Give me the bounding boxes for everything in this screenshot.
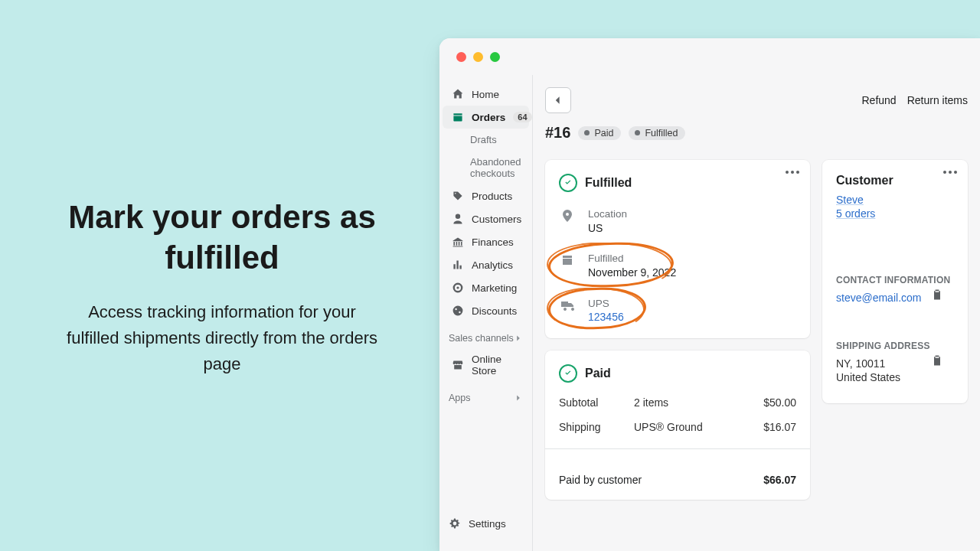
tracking-row: UPS 123456 — [559, 297, 796, 324]
more-button[interactable] — [943, 171, 957, 174]
card-title: Customer — [836, 174, 893, 187]
sidebar-item-orders[interactable]: Orders 64 — [443, 106, 529, 129]
sidebar-item-label: Products — [472, 191, 512, 202]
location-row: Location US — [559, 207, 796, 235]
dot-icon — [635, 130, 640, 135]
app-window: Home Orders 64 Drafts Abandoned checkout… — [439, 38, 980, 551]
orders-icon — [452, 111, 464, 123]
status-badge-fulfilled: Fulfilled — [629, 126, 685, 140]
tag-icon — [452, 190, 464, 202]
close-icon[interactable] — [456, 52, 466, 62]
target-icon — [452, 282, 464, 294]
chevron-right-icon — [514, 393, 523, 403]
dot-icon — [584, 130, 590, 135]
more-button[interactable] — [786, 171, 799, 174]
main-content: Refund Return items #16 Paid Fulfilled — [533, 75, 980, 551]
apps-heading[interactable]: Apps — [439, 382, 532, 408]
divider — [545, 448, 810, 449]
sidebar-item-drafts[interactable]: Drafts — [443, 129, 529, 151]
sidebar-item-label: Analytics — [472, 259, 513, 271]
sidebar-item-online-store[interactable]: Online Store — [443, 348, 529, 382]
gear-icon — [449, 517, 461, 530]
pin-icon — [559, 207, 576, 224]
fulfilled-card: Fulfilled Location US — [545, 160, 810, 338]
chart-icon — [452, 259, 464, 271]
marketing-hero: Mark your orders as fulfilled Access tra… — [65, 197, 379, 377]
refund-action[interactable]: Refund — [861, 94, 896, 106]
check-circle-icon — [559, 174, 577, 192]
fullscreen-icon[interactable] — [490, 52, 500, 62]
sidebar-item-home[interactable]: Home — [443, 83, 529, 106]
clipboard-icon[interactable] — [931, 354, 943, 367]
user-icon — [452, 213, 464, 225]
shipping-heading: SHIPPING ADDRESS — [836, 341, 954, 351]
sidebar-item-abandoned-checkouts[interactable]: Abandoned checkouts — [443, 151, 529, 184]
sidebar: Home Orders 64 Drafts Abandoned checkout… — [439, 75, 533, 551]
sidebar-item-label: Abandoned checkouts — [470, 156, 521, 179]
truck-icon — [559, 297, 576, 314]
bank-icon — [452, 236, 464, 248]
return-items-action[interactable]: Return items — [907, 94, 968, 106]
sidebar-item-customers[interactable]: Customers — [443, 207, 529, 230]
orders-count-badge: 64 — [513, 112, 531, 122]
store-icon — [452, 359, 464, 371]
card-title: Fulfilled — [585, 176, 632, 190]
hero-subtitle: Access tracking information for your ful… — [65, 299, 379, 377]
sidebar-item-settings[interactable]: Settings — [439, 507, 532, 551]
sidebar-item-label: Home — [472, 89, 499, 100]
percent-icon — [452, 305, 464, 317]
sidebar-item-finances[interactable]: Finances — [443, 230, 529, 253]
calendar-icon — [559, 252, 576, 269]
sidebar-item-label: Orders — [472, 112, 505, 123]
order-topbar: Refund Return items — [545, 87, 968, 113]
contact-heading: CONTACT INFORMATION — [836, 275, 954, 285]
order-title-row: #16 Paid Fulfilled — [545, 124, 968, 142]
card-title: Paid — [585, 367, 611, 380]
sidebar-item-label: Marketing — [472, 282, 517, 294]
sidebar-item-label: Online Store — [472, 354, 521, 377]
sidebar-item-products[interactable]: Products — [443, 184, 529, 207]
sidebar-item-label: Drafts — [470, 134, 497, 145]
fulfilled-date-row: Fulfilled November 9, 2022 — [559, 252, 796, 279]
order-number: #16 — [545, 124, 570, 142]
customer-orders-link[interactable]: 5 orders — [836, 207, 954, 220]
sidebar-item-marketing[interactable]: Marketing — [443, 276, 529, 299]
paid-card: Paid Subtotal 2 items $50.00 Shipping UP… — [545, 350, 810, 500]
check-circle-icon — [559, 364, 577, 383]
hero-title: Mark your orders as fulfilled — [65, 197, 379, 278]
customer-name-link[interactable]: Steve — [836, 194, 954, 206]
clipboard-icon[interactable] — [931, 289, 943, 301]
sales-channels-heading[interactable]: Sales channels — [439, 322, 532, 348]
chevron-right-icon — [514, 334, 523, 343]
paid-total-row: Paid by customer $66.07 — [559, 461, 796, 486]
sidebar-item-label: Finances — [472, 236, 514, 248]
minimize-icon[interactable] — [473, 52, 483, 62]
sidebar-item-label: Discounts — [472, 305, 517, 317]
customer-card: Customer Steve 5 orders CONTACT INFORMAT… — [822, 160, 968, 403]
tracking-number-link[interactable]: 123456 — [588, 310, 624, 324]
sidebar-item-analytics[interactable]: Analytics — [443, 253, 529, 276]
sidebar-item-discounts[interactable]: Discounts — [443, 299, 529, 322]
settings-label: Settings — [469, 518, 506, 530]
sidebar-item-label: Customers — [472, 214, 521, 225]
arrow-left-icon — [552, 94, 564, 106]
shipping-row: Shipping UPS® Ground $16.07 — [559, 421, 796, 433]
back-button[interactable] — [545, 87, 571, 113]
shipping-address-line: United States — [836, 371, 954, 383]
subtotal-row: Subtotal 2 items $50.00 — [559, 396, 796, 409]
home-icon — [452, 88, 464, 100]
status-badge-paid: Paid — [578, 126, 621, 140]
window-titlebar — [439, 38, 980, 75]
